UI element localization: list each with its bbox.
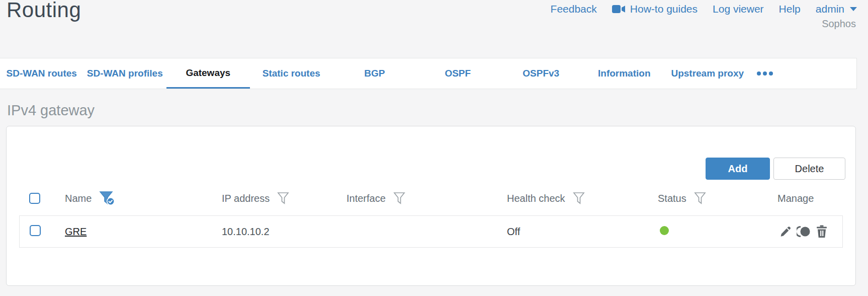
column-header-ip-address: IP address [222,193,270,204]
table-body: GRE 10.10.10.2 Off [19,215,843,248]
table-row: GRE 10.10.10.2 Off [20,216,842,247]
tab-information[interactable]: Information [583,58,666,89]
delete-trash-icon[interactable] [816,225,828,238]
top-nav: Feedback How-to guides Log viewer Help a… [551,3,857,15]
table-header-row: Name IP address Interface [7,186,855,211]
video-camera-icon [612,5,626,14]
brand-label: Sophos [822,18,856,30]
page-header: Routing Feedback How-to guides Log viewe… [0,0,868,58]
row-checkbox[interactable] [30,225,41,236]
chevron-down-icon [850,7,857,11]
gateway-health-check: Off [497,226,648,238]
tab-ospfv3[interactable]: OSPFv3 [499,58,583,89]
more-dots-icon [757,71,761,76]
gateway-name-link[interactable]: GRE [65,226,86,237]
select-all-checkbox[interactable] [29,193,40,204]
tabs-overflow-button[interactable] [749,58,780,89]
tab-gateways[interactable]: Gateways [166,58,250,89]
tab-bgp[interactable]: BGP [333,58,416,89]
column-header-manage: Manage [777,193,814,204]
toggle-active-icon[interactable] [797,226,811,238]
help-link[interactable]: Help [779,3,801,15]
delete-button[interactable]: Delete [773,158,845,180]
column-header-status: Status [658,193,686,204]
section-title: IPv4 gateway [7,102,95,119]
filter-icon[interactable] [573,192,585,205]
filter-applied-icon[interactable] [99,191,115,206]
table-toolbar: Add Delete [7,126,855,180]
filter-icon[interactable] [694,192,706,205]
filter-icon[interactable] [277,192,289,205]
tab-sdwan-profiles[interactable]: SD-WAN profiles [83,58,167,89]
log-viewer-link[interactable]: Log viewer [713,3,764,15]
column-header-health-check: Health check [507,193,565,204]
routing-tabbar: SD-WAN routes SD-WAN profiles Gateways S… [0,58,857,89]
status-up-indicator [660,226,669,235]
edit-pencil-icon[interactable] [779,226,792,238]
column-header-name: Name [65,193,92,204]
admin-menu[interactable]: admin [816,3,857,15]
tab-upstream-proxy[interactable]: Upstream proxy [666,58,749,89]
howto-guides-link[interactable]: How-to guides [612,3,698,15]
feedback-link[interactable]: Feedback [551,3,597,15]
tab-static-routes[interactable]: Static routes [250,58,333,89]
tab-ospf[interactable]: OSPF [416,58,500,89]
gateway-ip-address: 10.10.10.2 [212,226,336,238]
gateway-table-card: Add Delete Name IP address [6,126,856,286]
tab-sdwan-routes[interactable]: SD-WAN routes [0,58,83,89]
add-button[interactable]: Add [706,158,770,180]
page-title: Routing [7,0,81,22]
filter-icon[interactable] [393,192,405,205]
column-header-interface: Interface [346,193,386,204]
